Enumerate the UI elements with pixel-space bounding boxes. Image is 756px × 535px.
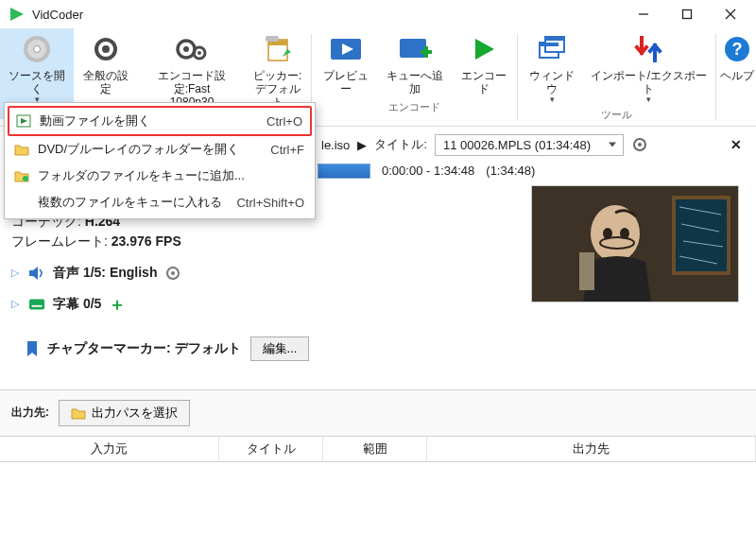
group-caption-encode: エンコード	[388, 98, 440, 114]
duration: (1:34:48)	[486, 164, 535, 178]
preview-thumbnail	[531, 185, 739, 302]
chevron-down-icon: ▾	[646, 95, 651, 104]
chapter-row: チャプターマーカー: デフォルト 編集...	[0, 327, 756, 372]
close-source-button[interactable]: ✕	[728, 136, 745, 153]
svg-point-11	[183, 46, 189, 52]
source-file-name: le.iso	[321, 138, 350, 152]
svg-rect-16	[266, 36, 279, 42]
expand-icon: ▷	[11, 298, 21, 310]
minimize-button[interactable]	[622, 0, 665, 28]
svg-point-31	[23, 176, 28, 181]
play-arrow-icon: ▶	[357, 138, 367, 152]
output-label: 出力先:	[11, 405, 49, 421]
add-queue-icon	[398, 32, 432, 66]
svg-rect-39	[674, 198, 729, 273]
bookmark-icon	[26, 340, 38, 357]
queue-header: 入力元 タイトル 範囲 出力先	[0, 436, 756, 462]
help-button[interactable]: ? ヘルプ	[718, 28, 756, 87]
folder-icon	[71, 406, 86, 420]
svg-rect-21	[424, 46, 428, 58]
title-combo[interactable]: 11 00026.MPLS (01:34:48)	[435, 134, 624, 156]
gear-icon	[89, 32, 123, 66]
chevron-down-icon: ▾	[550, 95, 555, 104]
range-bar[interactable]	[318, 164, 370, 179]
title-settings-button[interactable]	[631, 136, 648, 153]
choose-output-button[interactable]: 出力パスを選択	[59, 400, 190, 426]
audio-settings-button[interactable]	[164, 265, 181, 282]
add-queue-button[interactable]: キューへ追加	[378, 28, 452, 98]
picker-icon	[261, 32, 295, 66]
col-source[interactable]: 入力元	[0, 437, 219, 461]
window-button[interactable]: ウィンドウ ▾	[520, 28, 584, 106]
svg-point-35	[171, 271, 175, 275]
svg-rect-19	[400, 39, 426, 58]
play-file-icon	[15, 112, 32, 129]
svg-marker-0	[10, 8, 24, 21]
expand-icon: ▷	[11, 267, 21, 279]
svg-rect-25	[545, 37, 564, 41]
folder-icon	[13, 141, 30, 158]
group-caption-tools: ツール	[601, 106, 632, 122]
svg-marker-22	[475, 39, 494, 60]
subtitle-icon	[28, 296, 45, 313]
gears-icon	[175, 32, 209, 66]
speaker-icon	[28, 265, 45, 282]
range-times: 0:00:00 - 1:34:48	[382, 164, 474, 178]
add-subtitle-button[interactable]: ＋	[109, 293, 126, 316]
menu-add-folder-queue[interactable]: フォルダのファイルをキューに追加...	[8, 163, 312, 189]
svg-point-33	[638, 143, 642, 147]
app-icon	[8, 5, 26, 24]
preview-button[interactable]: プレビュー	[314, 28, 377, 98]
disc-icon	[20, 32, 54, 66]
svg-point-7	[34, 46, 41, 53]
svg-text:?: ?	[732, 40, 743, 59]
menu-open-dvd-folder[interactable]: DVD/ブルーレイのフォルダーを開く Ctrl+F	[8, 136, 312, 163]
output-bar: 出力先: 出力パスを選択	[0, 389, 756, 436]
preview-icon	[329, 32, 363, 66]
app-title: VidCoder	[32, 8, 83, 22]
close-window-button[interactable]	[709, 0, 752, 28]
import-export-button[interactable]: インポート/エクスポート ▾	[584, 28, 713, 106]
help-icon: ?	[720, 32, 754, 66]
svg-point-13	[198, 51, 201, 55]
svg-rect-26	[540, 43, 558, 46]
play-icon	[467, 32, 501, 66]
svg-rect-36	[29, 300, 44, 310]
svg-rect-48	[579, 252, 594, 290]
col-range[interactable]: 範囲	[323, 437, 427, 461]
edit-chapters-button[interactable]: 編集...	[250, 337, 310, 361]
svg-point-9	[102, 45, 110, 53]
col-dest[interactable]: 出力先	[427, 437, 756, 461]
folder-add-icon	[13, 167, 30, 184]
windows-icon	[535, 32, 569, 66]
svg-rect-37	[32, 305, 43, 307]
import-export-icon	[631, 32, 665, 66]
col-title[interactable]: タイトル	[219, 437, 323, 461]
titlebar: VidCoder	[0, 0, 756, 28]
menu-open-video-file[interactable]: 動画ファイルを開く Ctrl+O	[8, 106, 312, 136]
svg-rect-2	[683, 10, 692, 19]
open-source-menu: 動画ファイルを開く Ctrl+O DVD/ブルーレイのフォルダーを開く Ctrl…	[4, 102, 316, 219]
maximize-button[interactable]	[665, 0, 709, 28]
menu-add-multi-files[interactable]: 複数のファイルをキューに入れる Ctrl+Shift+O	[8, 189, 312, 216]
title-label: タイトル:	[374, 136, 427, 153]
encode-button[interactable]: エンコード	[452, 28, 515, 98]
